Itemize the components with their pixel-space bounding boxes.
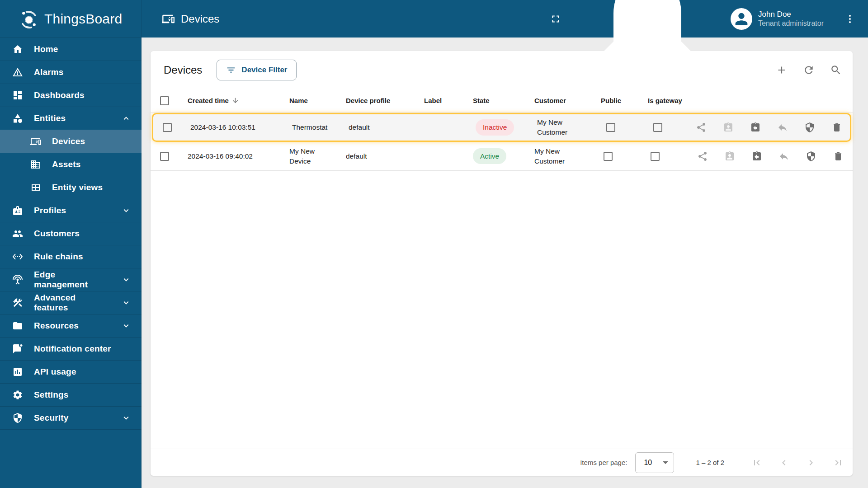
pager-controls <box>751 457 844 468</box>
sidebar-item-resources[interactable]: Resources <box>0 314 142 337</box>
copy-device-id-icon[interactable] <box>750 122 761 133</box>
column-header-state[interactable]: State <box>464 97 525 104</box>
name-cell: Thermostat <box>283 122 340 132</box>
main-column: Devices 1 John Doe Tenant administrator <box>142 0 868 488</box>
sidebar-item-notification-center[interactable]: Notification center <box>0 337 142 360</box>
sidebar-item-entity-views[interactable]: Entity views <box>0 176 142 199</box>
column-header-public[interactable]: Public <box>592 97 639 104</box>
sidebar-item-advanced-features[interactable]: Advanced features <box>0 291 142 314</box>
column-header-label[interactable]: Label <box>415 97 464 104</box>
add-device-icon[interactable] <box>776 64 788 76</box>
column-header-is-gateway[interactable]: Is gateway <box>639 97 693 104</box>
sidebar-nav: Home Alarms Dashboards Entities Devices <box>0 38 142 430</box>
table-empty-space <box>151 171 853 449</box>
devices-icon <box>162 13 175 25</box>
row-checkbox[interactable] <box>160 152 169 161</box>
sidebar-item-profiles[interactable]: Profiles <box>0 199 142 222</box>
column-header-name[interactable]: Name <box>280 97 337 104</box>
customers-icon <box>12 228 23 239</box>
chevron-down-icon <box>121 413 132 423</box>
rule-chains-icon <box>12 251 23 262</box>
page-title: Devices <box>164 64 202 76</box>
table-row[interactable]: 2024-03-16 10:03:51 Thermostat default I… <box>152 113 851 142</box>
refresh-icon[interactable] <box>803 64 815 76</box>
thingsboard-app: ThingsBoard Home Alarms Dashboards Entit… <box>0 0 868 488</box>
is-gateway-checkbox[interactable] <box>651 152 660 161</box>
notifications-button[interactable]: 1 <box>580 0 715 87</box>
column-header-created-time[interactable]: Created time <box>179 97 280 104</box>
customer-cell: My New Customer <box>525 146 592 166</box>
entities-icon <box>12 113 23 124</box>
column-header-customer[interactable]: Customer <box>525 97 592 104</box>
state-badge: Active <box>473 148 506 164</box>
manage-credentials-icon[interactable] <box>806 151 816 162</box>
copy-device-id-icon[interactable] <box>751 151 762 162</box>
page-size-select[interactable]: 10 <box>635 452 674 473</box>
security-icon <box>12 413 23 423</box>
row-checkbox[interactable] <box>163 123 172 132</box>
sidebar-item-alarms[interactable]: Alarms <box>0 61 142 84</box>
sidebar-item-rule-chains[interactable]: Rule chains <box>0 245 142 268</box>
next-page-icon[interactable] <box>806 457 816 468</box>
sidebar-item-api-usage[interactable]: API usage <box>0 360 142 383</box>
page-size-value: 10 <box>644 459 656 467</box>
delete-icon[interactable] <box>833 151 844 162</box>
more-vert-icon[interactable] <box>844 14 855 24</box>
search-icon[interactable] <box>830 64 842 76</box>
chevron-down-icon <box>121 321 132 331</box>
state-badge: Inactive <box>476 119 514 136</box>
fullscreen-icon[interactable] <box>550 13 561 25</box>
profiles-icon <box>12 205 23 216</box>
sidebar: ThingsBoard Home Alarms Dashboards Entit… <box>0 0 142 488</box>
notification-center-icon <box>12 343 23 354</box>
sidebar-item-edge-management[interactable]: Edge management <box>0 268 142 291</box>
chevron-up-icon <box>121 113 132 123</box>
caret-down-icon <box>663 461 668 464</box>
paginator: Items per page: 10 1 – 2 of 2 <box>151 449 853 476</box>
app-title: ThingsBoard <box>44 11 122 27</box>
sidebar-item-entities[interactable]: Entities <box>0 107 142 130</box>
select-all-checkbox[interactable] <box>160 96 169 105</box>
delete-icon[interactable] <box>831 122 842 133</box>
chevron-down-icon <box>121 298 132 308</box>
paginator-range: 1 – 2 of 2 <box>696 459 724 466</box>
public-checkbox[interactable] <box>604 152 613 161</box>
manage-credentials-icon[interactable] <box>804 122 815 133</box>
devices-card: Devices Device Filter Created <box>151 51 853 476</box>
unassign-icon[interactable] <box>778 151 789 162</box>
previous-page-icon[interactable] <box>778 457 789 468</box>
api-usage-icon <box>12 366 23 377</box>
column-header-device-profile[interactable]: Device profile <box>337 97 415 104</box>
make-public-icon[interactable] <box>696 122 707 133</box>
assign-to-customer-icon[interactable] <box>724 151 735 162</box>
sidebar-item-devices[interactable]: Devices <box>0 130 142 153</box>
card-header: Devices Device Filter <box>151 51 853 89</box>
sidebar-item-home[interactable]: Home <box>0 38 142 61</box>
avatar[interactable] <box>731 8 752 30</box>
device-filter-button[interactable]: Device Filter <box>217 60 297 80</box>
page-content: Devices Device Filter Created <box>142 38 868 488</box>
sidebar-item-dashboards[interactable]: Dashboards <box>0 84 142 107</box>
devices-icon <box>30 136 41 147</box>
device-profile-cell: default <box>340 122 418 132</box>
public-checkbox[interactable] <box>606 123 615 132</box>
row-actions <box>693 151 853 162</box>
name-cell: My New Device <box>280 146 337 166</box>
thingsboard-logo[interactable]: ThingsBoard <box>0 0 142 38</box>
sidebar-item-assets[interactable]: Assets <box>0 153 142 176</box>
device-profile-cell: default <box>337 151 415 161</box>
topbar: Devices 1 John Doe Tenant administrator <box>142 0 868 38</box>
assign-to-customer-icon[interactable] <box>723 122 734 133</box>
last-page-icon[interactable] <box>833 457 844 468</box>
breadcrumb-label: Devices <box>181 13 219 25</box>
sidebar-item-settings[interactable]: Settings <box>0 383 142 406</box>
unassign-icon[interactable] <box>777 122 788 133</box>
is-gateway-checkbox[interactable] <box>653 123 662 132</box>
first-page-icon[interactable] <box>751 457 762 468</box>
sidebar-item-customers[interactable]: Customers <box>0 222 142 245</box>
sidebar-item-security[interactable]: Security <box>0 406 142 429</box>
table-row[interactable]: 2024-03-16 09:40:02 My New Device defaul… <box>151 142 853 171</box>
breadcrumb: Devices <box>162 13 219 25</box>
customer-cell: My New Customer <box>528 117 594 137</box>
make-public-icon[interactable] <box>697 151 708 162</box>
